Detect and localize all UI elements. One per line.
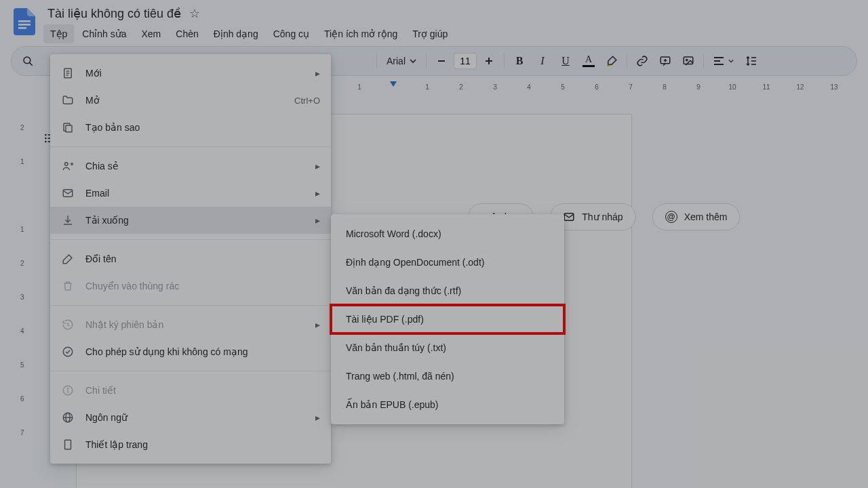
ruler-num: 5 (561, 83, 565, 91)
menu-file[interactable]: Tệp (43, 24, 74, 43)
share-icon (61, 159, 75, 173)
ruler-num: 1 (425, 83, 429, 91)
download-odt[interactable]: Định dạng OpenDocument (.odt) (331, 248, 564, 277)
chevron-right-icon: ▸ (315, 412, 320, 423)
ruler-num: 1 (357, 83, 361, 91)
svg-rect-30 (66, 125, 72, 132)
menu-item-share[interactable]: Chia sẻ ▸ (50, 152, 331, 180)
info-icon (61, 384, 75, 397)
mail-draft-icon (563, 211, 575, 223)
download-html[interactable]: Trang web (.html, đã nén) (331, 362, 564, 390)
menu-item-email[interactable]: Email ▸ (50, 180, 331, 207)
menu-item-make-copy[interactable]: Tạo bản sao (50, 114, 331, 141)
svg-rect-14 (714, 60, 720, 62)
indent-marker[interactable] (390, 81, 397, 87)
menu-extensions[interactable]: Tiện ích mở rộng (317, 24, 404, 43)
ruler-num: 8 (663, 83, 667, 91)
folder-icon (61, 94, 75, 107)
menu-view[interactable]: Xem (135, 24, 168, 43)
ruler-num: 11 (762, 83, 770, 91)
trash-icon (61, 279, 75, 293)
menu-separator (50, 146, 331, 147)
svg-rect-5 (438, 60, 445, 62)
separator (703, 54, 704, 68)
separator (376, 54, 377, 68)
copy-icon (61, 121, 75, 134)
mail-icon (61, 186, 75, 200)
ruler-num: 4 (527, 83, 531, 91)
svg-point-35 (63, 347, 73, 357)
menu-item-offline[interactable]: Cho phép sử dụng khi không có mạng (50, 338, 331, 365)
separator (504, 54, 505, 68)
rename-icon (61, 252, 75, 266)
search-menus-button[interactable] (17, 50, 39, 72)
bold-button[interactable]: B (509, 50, 530, 72)
chevron-right-icon: ▸ (315, 161, 320, 171)
vertical-ruler[interactable]: 2 1 1 2 3 4 5 6 7 (16, 94, 35, 488)
menu-item-new[interactable]: Mới ▸ (50, 60, 331, 87)
menu-item-rename[interactable]: Đổi tên (50, 245, 331, 272)
ruler-num: 2 (459, 83, 463, 91)
svg-rect-7 (488, 58, 490, 64)
menu-tools[interactable]: Công cụ (267, 24, 316, 43)
menu-item-page-setup[interactable]: Thiết lập trang (50, 431, 331, 458)
font-size-decrease[interactable] (431, 50, 452, 72)
italic-button[interactable]: I (532, 50, 553, 72)
menu-item-version-history: Nhật ký phiên bản ▸ (50, 311, 331, 338)
svg-point-3 (24, 57, 31, 64)
titlebar: Tài liệu không có tiêu đề ☆ Tệp Chỉnh sử… (0, 0, 868, 46)
offline-icon (61, 345, 75, 359)
svg-point-12 (686, 59, 688, 60)
separator (426, 54, 427, 68)
menu-separator (50, 239, 331, 240)
add-comment-button[interactable] (654, 50, 676, 72)
new-doc-icon (61, 66, 75, 80)
align-button[interactable] (708, 50, 739, 72)
download-pdf[interactable]: Tài liệu PDF (.pdf) (331, 305, 564, 333)
insert-link-button[interactable] (631, 50, 653, 72)
menu-edit[interactable]: Chỉnh sửa (75, 24, 133, 43)
font-size-increase[interactable] (478, 50, 500, 72)
font-name: Arial (387, 56, 406, 66)
menubar: Tệp Chỉnh sửa Xem Chèn Định dạng Công cụ… (43, 24, 454, 43)
menu-help[interactable]: Trợ giúp (406, 24, 454, 43)
svg-point-23 (45, 141, 47, 143)
underline-button[interactable]: U (555, 50, 576, 72)
font-selector[interactable]: Arial (381, 50, 422, 72)
at-icon: @ (665, 211, 677, 223)
menu-item-details: Chi tiết (50, 377, 331, 404)
menu-item-language[interactable]: Ngôn ngữ ▸ (50, 404, 331, 431)
svg-rect-15 (714, 64, 724, 65)
highlight-color-button[interactable] (601, 50, 623, 72)
ruler-num: 3 (493, 83, 497, 91)
chevron-right-icon: ▸ (315, 188, 320, 199)
font-size-input[interactable] (454, 53, 477, 69)
svg-point-21 (45, 138, 47, 140)
star-icon[interactable]: ☆ (189, 6, 200, 21)
ruler-num: 12 (796, 83, 804, 91)
svg-rect-1 (18, 24, 31, 26)
download-docx[interactable]: Microsoft Word (.docx) (331, 220, 564, 248)
menu-format[interactable]: Định dạng (207, 24, 265, 43)
text-color-button[interactable]: A (578, 50, 599, 72)
download-rtf[interactable]: Văn bản đa dạng thức (.rtf) (331, 277, 564, 305)
download-txt[interactable]: Văn bản thuần túy (.txt) (331, 333, 564, 362)
ruler-num: 13 (830, 83, 837, 91)
separator (627, 54, 627, 68)
svg-point-38 (68, 388, 68, 389)
menu-insert[interactable]: Chèn (169, 24, 205, 43)
ruler-num: 7 (629, 83, 633, 91)
menu-item-download[interactable]: Tải xuống ▸ (50, 207, 331, 234)
insert-image-button[interactable] (677, 50, 699, 72)
menu-item-open[interactable]: Mở Ctrl+O (50, 87, 331, 114)
docs-logo[interactable] (11, 8, 38, 35)
doc-title[interactable]: Tài liệu không có tiêu đề (43, 5, 185, 22)
ruler-num: 6 (595, 83, 599, 91)
chip-label: Xem thêm (684, 211, 728, 222)
line-spacing-button[interactable] (741, 50, 762, 72)
download-epub[interactable]: Ấn bản EPUB (.epub) (331, 390, 564, 419)
chevron-down-icon (410, 58, 416, 64)
chip-more[interactable]: @ Xem thêm (652, 203, 741, 230)
chip-label: Thư nháp (582, 211, 623, 222)
svg-point-19 (45, 134, 47, 136)
